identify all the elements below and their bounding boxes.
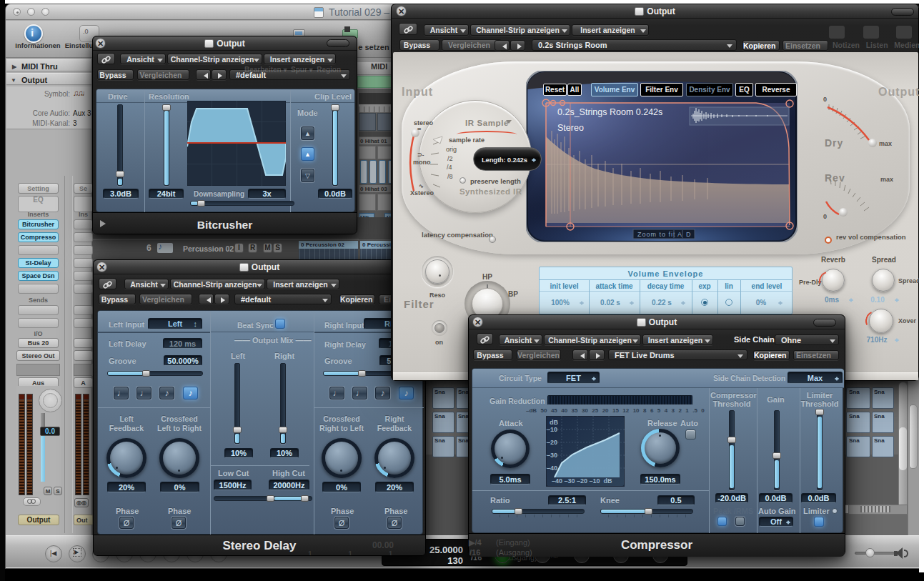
- svg-text:0.2s_Strings Room 0.242s: 0.2s_Strings Room 0.242s: [557, 107, 662, 117]
- svg-text:–30: –30: [547, 452, 557, 459]
- svg-text:–40 –30 –20 –10 dB: –40 –30 –20 –10 dB: [552, 477, 612, 485]
- svg-text:–10: –10: [547, 426, 557, 433]
- svg-text:–20: –20: [547, 439, 557, 446]
- svg-text:Zoom to fit: Zoom to fit: [637, 231, 676, 238]
- svg-text:dB: dB: [550, 419, 558, 426]
- svg-text:0: 0: [823, 96, 827, 103]
- svg-text:max: max: [879, 140, 892, 147]
- svg-text:D: D: [686, 231, 691, 238]
- svg-text:Stereo: Stereo: [557, 123, 584, 133]
- svg-text:–40: –40: [547, 465, 557, 472]
- svg-text:A: A: [677, 231, 682, 238]
- svg-text:max: max: [880, 176, 893, 183]
- svg-text:0: 0: [823, 213, 827, 220]
